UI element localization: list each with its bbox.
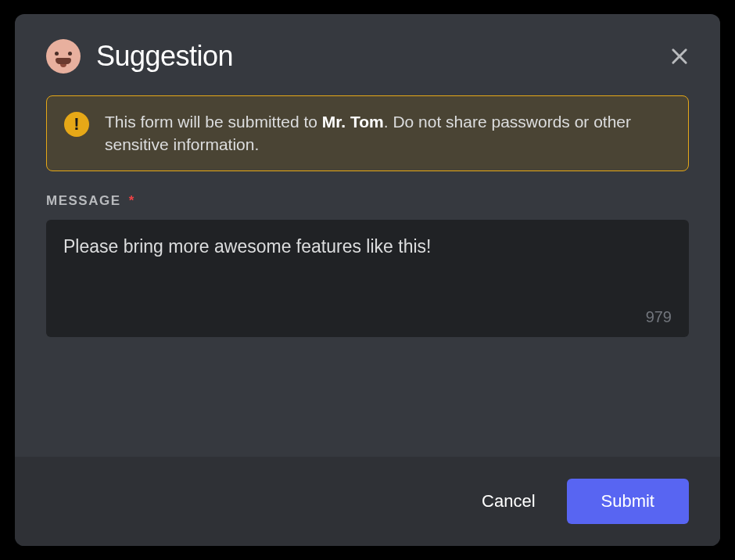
warning-recipient: Mr. Tom	[322, 113, 384, 131]
submit-button[interactable]: Submit	[567, 479, 689, 524]
warning-banner: ! This form will be submitted to Mr. Tom…	[46, 95, 689, 171]
message-input[interactable]: Please bring more awesome features like …	[63, 235, 672, 282]
character-count: 979	[646, 308, 672, 326]
warning-text: This form will be submitted to Mr. Tom. …	[105, 110, 671, 156]
suggestion-modal: Suggestion ! This form will be submitted…	[15, 14, 720, 546]
warning-icon: !	[64, 112, 89, 137]
avatar	[46, 39, 81, 74]
modal-header: Suggestion	[15, 14, 720, 89]
modal-footer: Cancel Submit	[15, 457, 720, 546]
required-asterisk: *	[129, 193, 135, 208]
cancel-button[interactable]: Cancel	[460, 480, 557, 522]
modal-body: ! This form will be submitted to Mr. Tom…	[15, 89, 720, 457]
close-button[interactable]	[667, 44, 692, 69]
close-icon	[669, 45, 690, 67]
warning-text-before: This form will be submitted to	[105, 113, 322, 131]
modal-title: Suggestion	[96, 40, 233, 73]
message-field-wrapper: Please bring more awesome features like …	[46, 220, 689, 337]
message-label: MESSAGE *	[46, 193, 689, 209]
